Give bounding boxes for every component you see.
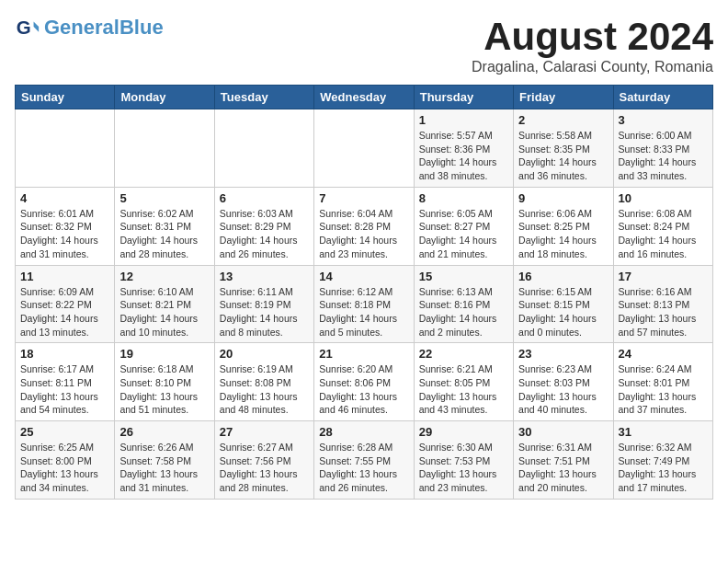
day-info: Sunrise: 6:25 AM Sunset: 8:00 PM Dayligh… [20,441,109,495]
calendar-cell: 15Sunrise: 6:13 AM Sunset: 8:16 PM Dayli… [414,265,513,343]
day-number: 12 [119,270,209,283]
weekday-header-friday: Friday [514,86,613,109]
day-number: 14 [319,270,408,283]
calendar-cell: 18Sunrise: 6:17 AM Sunset: 8:11 PM Dayli… [16,343,115,421]
day-number: 10 [619,191,708,205]
weekday-header-monday: Monday [115,86,214,109]
day-number: 24 [619,347,708,361]
week-row-3: 11Sunrise: 6:09 AM Sunset: 8:22 PM Dayli… [16,265,713,343]
calendar-cell: 30Sunrise: 6:31 AM Sunset: 7:51 PM Dayli… [514,421,613,500]
week-row-1: 1Sunrise: 5:57 AM Sunset: 8:36 PM Daylig… [16,109,713,188]
calendar-cell: 16Sunrise: 6:15 AM Sunset: 8:15 PM Dayli… [514,265,613,343]
day-info: Sunrise: 5:58 AM Sunset: 8:35 PM Dayligh… [518,129,608,183]
calendar-cell: 20Sunrise: 6:19 AM Sunset: 8:08 PM Dayli… [214,343,313,421]
calendar-cell: 6Sunrise: 6:03 AM Sunset: 8:29 PM Daylig… [214,187,313,265]
day-number: 26 [119,425,209,439]
day-number: 20 [220,347,309,361]
day-number: 31 [619,425,708,439]
calendar-cell [16,109,115,188]
week-row-2: 4Sunrise: 6:01 AM Sunset: 8:32 PM Daylig… [16,187,713,265]
calendar-cell: 5Sunrise: 6:02 AM Sunset: 8:31 PM Daylig… [115,187,214,265]
day-info: Sunrise: 6:26 AM Sunset: 7:58 PM Dayligh… [119,441,209,495]
calendar-cell: 17Sunrise: 6:16 AM Sunset: 8:13 PM Dayli… [613,265,712,343]
day-info: Sunrise: 6:31 AM Sunset: 7:51 PM Dayligh… [518,441,608,495]
day-info: Sunrise: 6:20 AM Sunset: 8:06 PM Dayligh… [319,362,408,417]
day-info: Sunrise: 6:03 AM Sunset: 8:29 PM Dayligh… [220,207,309,261]
calendar-cell: 1Sunrise: 5:57 AM Sunset: 8:36 PM Daylig… [414,109,513,188]
day-number: 21 [319,347,408,361]
day-number: 22 [419,347,508,361]
calendar-cell: 11Sunrise: 6:09 AM Sunset: 8:22 PM Dayli… [16,265,115,343]
calendar-cell: 14Sunrise: 6:12 AM Sunset: 8:18 PM Dayli… [314,265,414,343]
calendar-cell: 27Sunrise: 6:27 AM Sunset: 7:56 PM Dayli… [214,421,313,500]
day-number: 1 [419,113,508,127]
day-number: 11 [20,270,109,283]
calendar-cell: 9Sunrise: 6:06 AM Sunset: 8:25 PM Daylig… [514,187,613,265]
day-info: Sunrise: 6:23 AM Sunset: 8:03 PM Dayligh… [518,362,608,417]
day-info: Sunrise: 6:24 AM Sunset: 8:01 PM Dayligh… [619,362,708,417]
calendar-title: August 2024 [472,15,713,59]
weekday-header-tuesday: Tuesday [214,86,313,109]
day-number: 9 [518,191,608,205]
calendar-cell: 28Sunrise: 6:28 AM Sunset: 7:55 PM Dayli… [314,421,414,500]
svg-marker-1 [34,21,40,27]
calendar-cell: 10Sunrise: 6:08 AM Sunset: 8:24 PM Dayli… [613,187,712,265]
day-info: Sunrise: 6:30 AM Sunset: 7:53 PM Dayligh… [419,441,508,495]
day-info: Sunrise: 6:11 AM Sunset: 8:19 PM Dayligh… [220,285,309,339]
day-number: 4 [20,191,109,205]
day-info: Sunrise: 6:21 AM Sunset: 8:05 PM Dayligh… [419,362,508,417]
title-area: August 2024 Dragalina, Calarasi County, … [472,15,713,75]
day-info: Sunrise: 6:28 AM Sunset: 7:55 PM Dayligh… [319,441,408,495]
calendar-cell [314,109,414,188]
day-info: Sunrise: 6:06 AM Sunset: 8:25 PM Dayligh… [518,207,608,261]
calendar-cell: 7Sunrise: 6:04 AM Sunset: 8:28 PM Daylig… [314,187,414,265]
day-info: Sunrise: 6:32 AM Sunset: 7:49 PM Dayligh… [619,441,708,495]
logo-icon: G [15,15,40,40]
day-number: 27 [220,425,309,439]
day-number: 30 [518,425,608,439]
day-number: 17 [619,270,708,283]
week-row-5: 25Sunrise: 6:25 AM Sunset: 8:00 PM Dayli… [16,421,713,500]
svg-marker-2 [34,27,40,32]
calendar-cell: 4Sunrise: 6:01 AM Sunset: 8:32 PM Daylig… [16,187,115,265]
logo-line1: General [44,16,119,39]
calendar-cell: 24Sunrise: 6:24 AM Sunset: 8:01 PM Dayli… [613,343,712,421]
day-number: 7 [319,191,408,205]
weekday-header-saturday: Saturday [613,86,712,109]
calendar-cell [115,109,214,188]
calendar-cell: 8Sunrise: 6:05 AM Sunset: 8:27 PM Daylig… [414,187,513,265]
day-info: Sunrise: 6:15 AM Sunset: 8:15 PM Dayligh… [518,285,608,339]
weekday-header-row: SundayMondayTuesdayWednesdayThursdayFrid… [16,86,713,109]
calendar-cell: 22Sunrise: 6:21 AM Sunset: 8:05 PM Dayli… [414,343,513,421]
day-number: 29 [419,425,508,439]
calendar-subtitle: Dragalina, Calarasi County, Romania [472,59,713,75]
day-number: 2 [518,113,608,127]
calendar-cell: 13Sunrise: 6:11 AM Sunset: 8:19 PM Dayli… [214,265,313,343]
day-number: 16 [518,270,608,283]
day-info: Sunrise: 6:02 AM Sunset: 8:31 PM Dayligh… [119,207,209,261]
day-info: Sunrise: 6:00 AM Sunset: 8:33 PM Dayligh… [619,129,708,183]
weekday-header-thursday: Thursday [414,86,513,109]
day-number: 18 [20,347,109,361]
day-info: Sunrise: 6:16 AM Sunset: 8:13 PM Dayligh… [619,285,708,339]
day-number: 23 [518,347,608,361]
day-info: Sunrise: 6:27 AM Sunset: 7:56 PM Dayligh… [220,441,309,495]
header: G GeneralBlue August 2024 Dragalina, Cal… [15,15,713,75]
week-row-4: 18Sunrise: 6:17 AM Sunset: 8:11 PM Dayli… [16,343,713,421]
calendar-cell: 23Sunrise: 6:23 AM Sunset: 8:03 PM Dayli… [514,343,613,421]
day-info: Sunrise: 6:12 AM Sunset: 8:18 PM Dayligh… [319,285,408,339]
day-number: 25 [20,425,109,439]
day-number: 6 [220,191,309,205]
day-info: Sunrise: 6:09 AM Sunset: 8:22 PM Dayligh… [20,285,109,339]
calendar-cell: 31Sunrise: 6:32 AM Sunset: 7:49 PM Dayli… [613,421,712,500]
day-number: 15 [419,270,508,283]
calendar-cell: 26Sunrise: 6:26 AM Sunset: 7:58 PM Dayli… [115,421,214,500]
logo-line2: Blue [119,16,164,39]
day-info: Sunrise: 6:04 AM Sunset: 8:28 PM Dayligh… [319,207,408,261]
calendar-cell: 12Sunrise: 6:10 AM Sunset: 8:21 PM Dayli… [115,265,214,343]
day-info: Sunrise: 6:05 AM Sunset: 8:27 PM Dayligh… [419,207,508,261]
day-info: Sunrise: 6:01 AM Sunset: 8:32 PM Dayligh… [20,207,109,261]
calendar-cell: 29Sunrise: 6:30 AM Sunset: 7:53 PM Dayli… [414,421,513,500]
day-info: Sunrise: 6:18 AM Sunset: 8:10 PM Dayligh… [119,362,209,417]
day-info: Sunrise: 6:10 AM Sunset: 8:21 PM Dayligh… [119,285,209,339]
